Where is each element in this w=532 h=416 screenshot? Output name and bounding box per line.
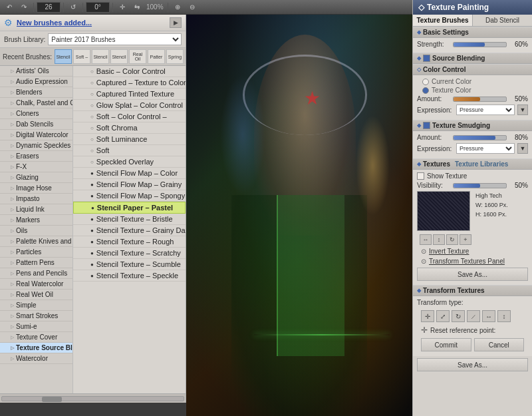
cat-chalk[interactable]: ▷ Chalk, Pastel and Crayons xyxy=(0,98,72,108)
transform-btn-2[interactable]: ↕ xyxy=(433,234,445,245)
show-texture-checkbox[interactable] xyxy=(417,172,424,180)
toolbar-btn-1[interactable]: ↶ xyxy=(3,1,16,13)
trans-move-btn[interactable]: ✛ xyxy=(421,310,434,322)
recent-brush-blen[interactable]: Blen xyxy=(185,49,186,64)
cat-pens-pencils[interactable]: ▷ Pens and Pencils xyxy=(0,268,72,279)
cat-audio[interactable]: ▷ Audio Expression xyxy=(0,77,72,87)
smudging-checkbox[interactable] xyxy=(423,122,430,129)
transform-btn-1[interactable]: ↔ xyxy=(420,234,432,245)
cat-erasers[interactable]: ▷ Erasers xyxy=(0,151,72,162)
brush-soft-color-control[interactable]: ○ Soft – Color Control – xyxy=(73,111,186,122)
cat-blenders[interactable]: ▷ Blenders xyxy=(0,87,72,98)
commit-btn[interactable]: Commit xyxy=(421,338,471,351)
brush-size-input[interactable]: 26 xyxy=(37,2,61,13)
toolbar-btn-zoom-out[interactable]: ⊖ xyxy=(186,1,199,13)
brush-stencil-texture-speckle[interactable]: ● Stencil Texture – Speckle xyxy=(73,270,186,282)
cat-digital-watercolor[interactable]: ▷ Digital Watercolor xyxy=(0,130,72,140)
trans-scale-btn[interactable]: ⤢ xyxy=(436,310,450,322)
expand-btn[interactable]: ▶ xyxy=(170,17,182,28)
cat-pattern-pens[interactable]: ▷ Pattern Pens xyxy=(0,258,72,268)
transform-panel-link[interactable]: Transform Textures Panel xyxy=(429,258,505,265)
source-blending-checkbox[interactable] xyxy=(423,55,430,62)
tab-texture-brushes[interactable]: Texture Brushes xyxy=(413,15,473,26)
angle-input[interactable]: 0° xyxy=(86,2,110,13)
brush-stencil-paper-pastel[interactable]: ● Stencil Paper – Pastel xyxy=(73,202,186,214)
brush-stencil-texture-scratchy[interactable]: ● Stencil Texture – Scratchy xyxy=(73,248,186,259)
library-select[interactable]: Painter 2017 Brushes xyxy=(48,33,182,45)
toolbar-btn-2[interactable]: ↷ xyxy=(17,1,31,13)
textures-sub-tab[interactable]: Texture Libraries xyxy=(455,160,508,168)
cat-artists-oils[interactable]: ▷ Artists' Oils xyxy=(0,66,72,77)
transform-btn-4[interactable]: + xyxy=(460,234,471,245)
brush-soft[interactable]: ○ Soft xyxy=(73,145,186,156)
recent-brush-patter[interactable]: Patter xyxy=(148,49,165,64)
brush-captured-texture-color[interactable]: ○ Captured – Texture to Color xyxy=(73,77,186,89)
brush-stencil-texture-rough[interactable]: ● Stencil Texture – Rough xyxy=(73,236,186,248)
color-expression-btn[interactable]: ▼ xyxy=(517,104,528,115)
cat-real-watercolor[interactable]: ▷ Real Watercolor xyxy=(0,279,72,290)
cat-dab-stencils[interactable]: ▷ Dab Stencils xyxy=(0,119,72,130)
panel-scrollbar[interactable] xyxy=(0,393,186,403)
color-expression-select[interactable]: Pressure xyxy=(456,104,515,115)
cat-impasto[interactable]: ▷ Impasto xyxy=(0,194,72,204)
brush-soft-luminance[interactable]: ○ Soft Luminance xyxy=(73,134,186,145)
cat-real-wet-oil[interactable]: ▷ Real Wet Oil xyxy=(0,290,72,300)
current-color-radio[interactable] xyxy=(422,79,429,85)
brush-stencil-texture-scumble[interactable]: ● Stencil Texture – Scumble xyxy=(73,259,186,270)
cat-dynamic-speckles[interactable]: ▷ Dynamic Speckles xyxy=(0,140,72,151)
textures-save-as-btn[interactable]: Save As... xyxy=(417,268,528,281)
toolbar-btn-flip[interactable]: ⇆ xyxy=(130,1,144,13)
toolbar-btn-move[interactable]: ✛ xyxy=(116,1,129,13)
recent-brush-stencil[interactable]: Stencil xyxy=(55,49,72,64)
smudge-expression-select[interactable]: Pressure xyxy=(456,143,515,154)
toolbar-btn-zoom-in[interactable]: ⊕ xyxy=(171,1,184,13)
cat-image-hose[interactable]: ▷ Image Hose xyxy=(0,183,72,194)
cat-glazing[interactable]: ▷ Glazing xyxy=(0,172,72,183)
tab-dab-stencil[interactable]: Dab Stencil xyxy=(473,15,532,26)
trans-rotate-btn[interactable]: ↻ xyxy=(452,310,465,322)
new-brushes-link[interactable]: New brushes added... xyxy=(17,19,92,27)
visibility-slider[interactable] xyxy=(453,183,507,188)
texture-color-radio[interactable] xyxy=(422,87,429,94)
cat-simple[interactable]: ▷ Simple xyxy=(0,300,72,311)
brush-basic-color[interactable]: ○ Basic – Color Control xyxy=(73,66,186,77)
final-save-as-btn[interactable]: Save As... xyxy=(417,358,528,371)
recent-brush-soft[interactable]: Soft – xyxy=(73,49,90,64)
smudge-amount-slider[interactable] xyxy=(453,135,507,140)
brush-soft-chroma[interactable]: ○ Soft Chroma xyxy=(73,122,186,134)
cat-oils[interactable]: ▷ Oils xyxy=(0,226,72,236)
cat-cloners[interactable]: ▷ Cloners xyxy=(0,108,72,119)
cat-markers[interactable]: ▷ Markers xyxy=(0,215,72,226)
cat-texture-cover[interactable]: ▷ Texture Cover xyxy=(0,332,72,343)
brush-stencil-flow-grainy[interactable]: ● Stencil Flow Map – Grainy xyxy=(73,179,186,190)
brush-stencil-texture-grainy-dab[interactable]: ● Stencil Texture – Grainy Dab xyxy=(73,225,186,236)
color-amount-slider[interactable] xyxy=(453,97,507,102)
trans-flip-h-btn[interactable]: ↔ xyxy=(482,310,495,322)
recent-brush-stencil2[interactable]: Stencil xyxy=(92,49,109,64)
cat-palette-knives[interactable]: ▷ Palette Knives and xyxy=(0,236,72,247)
strength-slider[interactable] xyxy=(453,42,507,47)
brush-stencil-flow-color[interactable]: ● Stencil Flow Map – Color xyxy=(73,168,186,179)
invert-texture-link[interactable]: Invert Texture xyxy=(429,248,469,255)
brush-stencil-texture-bristle[interactable]: ● Stencil Texture – Bristle xyxy=(73,214,186,225)
brush-captured-tinted[interactable]: ○ Captured Tinted Texture xyxy=(73,89,186,100)
cat-watercolor[interactable]: ▷ Watercolor xyxy=(0,353,72,364)
texture-preview[interactable] xyxy=(417,191,470,231)
recent-brush-realoil[interactable]: Real Oil xyxy=(129,49,146,64)
cat-particles[interactable]: ▷ Particles xyxy=(0,247,72,258)
trans-shear-btn[interactable]: ⟋ xyxy=(467,310,480,322)
recent-brush-stencil3[interactable]: Stencil xyxy=(110,49,128,64)
scrollbar-track[interactable] xyxy=(1,396,184,401)
recent-brush-spring[interactable]: Spring xyxy=(166,49,184,64)
cat-liquid-ink[interactable]: ▷ Liquid Ink xyxy=(0,204,72,215)
cat-smart-strokes[interactable]: ▷ Smart Strokes xyxy=(0,311,72,321)
cat-fx[interactable]: ▷ F-X xyxy=(0,162,72,172)
cat-sumie[interactable]: ▷ Sumi-e xyxy=(0,321,72,332)
toolbar-btn-3[interactable]: ↺ xyxy=(66,1,80,13)
brush-stencil-flow-spongy[interactable]: ● Stencil Flow Map – Spongy xyxy=(73,190,186,202)
cancel-btn[interactable]: Cancel xyxy=(474,338,525,351)
smudge-expression-btn[interactable]: ▼ xyxy=(517,143,528,154)
transform-btn-3[interactable]: ↻ xyxy=(446,234,458,245)
brush-speckled-overlay[interactable]: ○ Speckled Overlay xyxy=(73,156,186,168)
brush-glow-splat[interactable]: ○ Glow Splat – Color Control xyxy=(73,100,186,111)
